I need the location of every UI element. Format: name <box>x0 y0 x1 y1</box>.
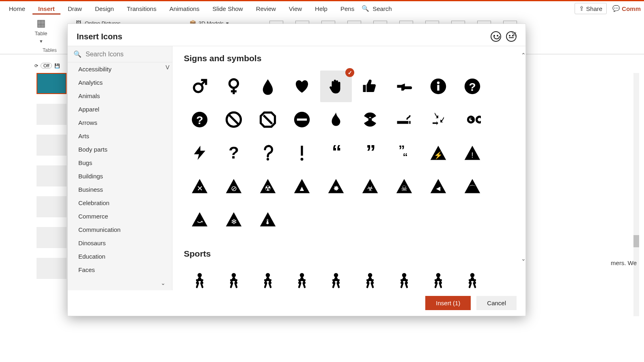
category-accessibility[interactable]: Accessibility <box>68 62 172 76</box>
insert-button[interactable]: Insert (1) <box>425 296 471 310</box>
tab-review[interactable]: Review <box>250 3 282 15</box>
icon-swimming[interactable] <box>388 264 420 290</box>
category-commerce[interactable]: Commerce <box>68 210 172 223</box>
scroll-down-icon[interactable]: ⌄ <box>161 280 166 286</box>
icon-flame[interactable] <box>320 104 352 135</box>
icon-tri-x[interactable]: ✕ <box>184 170 215 202</box>
icon-point-right[interactable] <box>388 71 420 102</box>
icon-cycling[interactable] <box>320 264 352 290</box>
save-icon[interactable]: 💾 <box>54 63 60 69</box>
tab-help[interactable]: Help <box>309 3 333 15</box>
category-arts[interactable]: Arts <box>68 129 172 143</box>
icon-drop[interactable] <box>252 71 284 102</box>
icon-minus-circle[interactable] <box>286 104 318 135</box>
auto-save-icon[interactable]: ⟳ <box>34 63 38 69</box>
icon-tri-radiation[interactable]: ☢ <box>252 170 284 202</box>
tab-pens[interactable]: Pens <box>335 3 360 15</box>
icon-tri-bump[interactable]: ⌒ <box>457 170 488 202</box>
table-dropdown[interactable]: ▦ Table ▾ <box>34 17 47 44</box>
slide-thumbnail-4[interactable] <box>37 165 67 186</box>
icon-male-symbol[interactable] <box>184 71 215 102</box>
comments-button[interactable]: 💬 Comm <box>612 5 641 12</box>
icon-skiing[interactable] <box>354 264 386 290</box>
slide-thumbnail-1[interactable] <box>37 73 67 94</box>
category-faces[interactable]: Faces <box>68 263 172 276</box>
icon-bolt[interactable] <box>184 137 215 169</box>
icon-tri-explosion[interactable]: ✸ <box>320 170 352 202</box>
icon-tri-frost[interactable]: ❄ <box>218 203 250 235</box>
autosave-toggle[interactable]: Off <box>41 63 52 69</box>
tab-home[interactable]: Home <box>3 3 31 15</box>
icon-tri-biohazard[interactable]: ☣ <box>354 170 386 202</box>
document-scrollbar[interactable] <box>633 73 639 316</box>
slide-thumbnail-2[interactable] <box>37 104 67 125</box>
icon-warn-voltage[interactable]: ⚡ <box>422 137 454 169</box>
icon-question-circle[interactable]: ? <box>457 71 488 102</box>
icon-radiation[interactable] <box>354 104 386 135</box>
icon-tennis[interactable] <box>286 264 318 290</box>
icon-recycle[interactable] <box>422 104 454 135</box>
icon-no-entry[interactable] <box>218 104 250 135</box>
icon-female-symbol[interactable] <box>218 71 250 102</box>
icon-hand-stop[interactable] <box>320 71 352 102</box>
icon-running[interactable] <box>218 264 250 290</box>
share-button[interactable]: ⇪ Share <box>575 3 607 14</box>
category-education[interactable]: Education <box>68 250 172 263</box>
icon-baseball[interactable] <box>184 264 215 290</box>
tab-insert[interactable]: Insert <box>32 3 60 15</box>
icon-tri-skull[interactable]: ☠ <box>388 170 420 202</box>
icon-hiking[interactable] <box>457 264 488 290</box>
icon-question-mark[interactable]: ? <box>218 137 250 169</box>
tab-transitions[interactable]: Transitions <box>121 3 162 15</box>
cancel-button[interactable]: Cancel <box>476 296 517 310</box>
category-dinosaurs[interactable]: Dinosaurs <box>68 236 172 250</box>
icon-golfing[interactable] <box>422 264 454 290</box>
icon-tri-fire[interactable]: ▲ <box>286 170 318 202</box>
slide-thumbnail-7[interactable] <box>37 258 67 279</box>
icon-heart[interactable] <box>286 71 318 102</box>
category-animals[interactable]: Animals <box>68 89 172 103</box>
panel-scroll-up[interactable]: ⌃ <box>521 52 526 58</box>
slide-thumbnail-3[interactable] <box>37 135 67 156</box>
icon-quote-smart[interactable]: ”“ <box>388 137 420 169</box>
icon-question-filled[interactable]: ? <box>184 104 215 135</box>
tab-animations[interactable]: Animations <box>164 3 205 15</box>
tab-draw[interactable]: Draw <box>62 3 88 15</box>
icon-thumbs-up[interactable] <box>354 71 386 102</box>
icon-soccer[interactable] <box>252 264 284 290</box>
icon-smoking[interactable] <box>388 104 420 135</box>
category-arrows[interactable]: Arrows <box>68 116 172 129</box>
slide-thumbnail-5[interactable] <box>37 196 67 217</box>
tab-slideshow[interactable]: Slide Show <box>207 3 249 15</box>
icon-exclamation[interactable] <box>286 137 318 169</box>
icon-tri-temp[interactable]: 🌡 <box>252 203 284 235</box>
icon-infinity[interactable] <box>457 104 488 135</box>
search-icons-input[interactable] <box>86 51 159 58</box>
icon-quote-close[interactable]: ” <box>354 137 386 169</box>
panel-scroll-down[interactable]: ⌄ <box>521 255 526 262</box>
icon-no-entry-octagon[interactable] <box>252 104 284 135</box>
icon-tri-camera[interactable]: ◄ <box>422 170 454 202</box>
tab-view[interactable]: View <box>283 3 308 15</box>
category-analytics[interactable]: Analytics <box>68 76 172 89</box>
tab-design[interactable]: Design <box>89 3 120 15</box>
category-business[interactable]: Business <box>68 183 172 196</box>
tell-me-search[interactable]: 🔍 Search <box>362 5 392 12</box>
icon-quote-open[interactable]: “ <box>320 137 352 169</box>
icon-warn-exclaim[interactable]: ! <box>457 137 488 169</box>
icon-info-circle[interactable] <box>422 71 454 102</box>
category-apparel[interactable]: Apparel <box>68 103 172 116</box>
icon-tri-slip[interactable]: ⤻ <box>184 203 215 235</box>
icon-question-hook[interactable] <box>252 137 284 169</box>
scroll-up-icon[interactable]: ᐯ <box>166 64 170 71</box>
category-buildings[interactable]: Buildings <box>68 169 172 183</box>
category-bugs[interactable]: Bugs <box>68 156 172 169</box>
category-body-parts[interactable]: Body parts <box>68 143 172 156</box>
slide-thumbnail-6[interactable] <box>37 227 67 248</box>
category-communication[interactable]: Communication <box>68 223 172 236</box>
icon-tri-nosmoking[interactable]: ⊘ <box>218 170 250 202</box>
feedback-happy-icon[interactable] <box>491 31 501 42</box>
feedback-neutral-icon[interactable] <box>506 31 517 42</box>
category-celebration[interactable]: Celebration <box>68 196 172 210</box>
category-list[interactable]: ᐯ AccessibilityAnalyticsAnimalsApparelAr… <box>68 62 172 281</box>
